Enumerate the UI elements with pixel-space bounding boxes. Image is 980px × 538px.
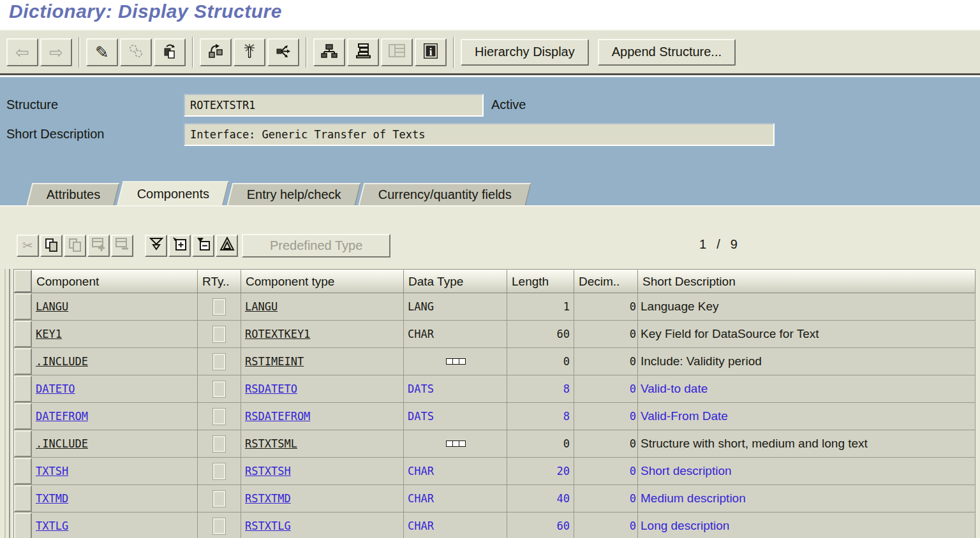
tab-attributes[interactable]: Attributes bbox=[27, 183, 120, 205]
svg-text:i: i bbox=[429, 45, 433, 57]
component-type-link[interactable]: RSTXTSH bbox=[245, 465, 291, 477]
component-link[interactable]: TXTSH bbox=[36, 465, 68, 477]
table-header-row: Component RTy.. Component type Data Type… bbox=[14, 270, 976, 293]
component-type-link[interactable]: RSTXTSML bbox=[245, 437, 297, 450]
hierarchy-button[interactable] bbox=[313, 38, 345, 66]
display-change-button[interactable]: ✎ bbox=[86, 38, 118, 66]
data-type-cell bbox=[404, 430, 507, 457]
component-link[interactable]: DATEFROM bbox=[36, 410, 88, 423]
row-selector-button[interactable] bbox=[14, 348, 32, 375]
reference-type-checkbox[interactable] bbox=[213, 463, 225, 479]
collapse-button[interactable] bbox=[192, 235, 214, 257]
short-description-cell: Medium description bbox=[638, 485, 976, 512]
expand-button[interactable] bbox=[168, 235, 191, 257]
row-selector-button[interactable] bbox=[14, 375, 32, 402]
selection-column-header[interactable] bbox=[14, 270, 32, 293]
column-header-component[interactable]: Component bbox=[32, 270, 198, 293]
data-type-cell bbox=[404, 348, 507, 375]
component-link[interactable]: .INCLUDE bbox=[36, 355, 88, 368]
magic-wand-icon bbox=[242, 43, 257, 61]
insert-row-icon bbox=[91, 236, 107, 254]
tab-currency-quantity-fields[interactable]: Currency/quantity fields bbox=[358, 183, 531, 205]
component-type-link[interactable]: RSTIMEINT bbox=[245, 355, 304, 368]
append-structure-button[interactable]: Append Structure... bbox=[598, 39, 736, 66]
component-type-link[interactable]: RSTXTMD bbox=[245, 492, 291, 505]
tab-components[interactable]: Components bbox=[117, 181, 230, 205]
toolbar-divider bbox=[192, 37, 194, 68]
paste-button[interactable] bbox=[64, 235, 86, 257]
delete-row-button[interactable] bbox=[111, 235, 133, 257]
component-link[interactable]: TXTMD bbox=[36, 492, 68, 505]
short-description-value: Key Field for DataSource for Text bbox=[641, 327, 819, 341]
short-description-value: Valid-to date bbox=[641, 382, 708, 396]
column-header-short-description[interactable]: Short Description bbox=[638, 270, 976, 293]
wand-button[interactable] bbox=[234, 38, 265, 66]
short-description-field[interactable]: Interface: Generic Transfer of Texts bbox=[184, 123, 775, 146]
column-header-data-type[interactable]: Data Type bbox=[404, 270, 507, 293]
hierarchy-display-button[interactable]: Hierarchy Display bbox=[461, 39, 589, 66]
info-icon: i bbox=[423, 43, 438, 62]
reference-type-checkbox[interactable] bbox=[213, 436, 225, 452]
back-button[interactable]: ⇦ bbox=[6, 38, 38, 66]
reference-type-checkbox[interactable] bbox=[213, 326, 225, 342]
length-cell: 8 bbox=[507, 375, 574, 402]
include-box bbox=[459, 358, 466, 365]
length-cell: 40 bbox=[507, 485, 574, 512]
row-selector-button[interactable] bbox=[14, 513, 32, 538]
where-used-button[interactable] bbox=[200, 38, 232, 66]
predefined-type-button[interactable]: Predefined Type bbox=[242, 234, 390, 258]
refresh-button[interactable] bbox=[120, 38, 152, 66]
forward-button[interactable]: ⇨ bbox=[40, 38, 72, 66]
row-selector-button[interactable] bbox=[14, 458, 32, 484]
copy-button[interactable] bbox=[40, 235, 63, 257]
table-view-button[interactable] bbox=[381, 38, 413, 66]
copy-object-button[interactable] bbox=[154, 38, 186, 66]
reference-type-checkbox[interactable] bbox=[213, 354, 225, 370]
row-selector-button[interactable] bbox=[14, 321, 32, 347]
column-header-component-type[interactable]: Component type bbox=[241, 270, 404, 293]
component-type-link[interactable]: LANGU bbox=[245, 300, 278, 313]
data-type-value: LANG bbox=[408, 300, 434, 313]
column-header-length[interactable]: Length bbox=[507, 270, 574, 293]
component-link[interactable]: DATETO bbox=[36, 382, 75, 395]
structure-field[interactable]: ROTEXTSTR1 bbox=[184, 94, 484, 117]
decimals-value: 0 bbox=[630, 328, 636, 340]
component-link[interactable]: KEY1 bbox=[36, 328, 62, 340]
table-row: LANGULANGULANG10Language Key bbox=[14, 293, 976, 321]
decimals-cell: 0 bbox=[574, 430, 638, 457]
length-value: 0 bbox=[563, 437, 570, 450]
component-type-link[interactable]: RSTXTLG bbox=[245, 520, 291, 532]
row-selector-button[interactable] bbox=[14, 485, 32, 512]
short-description-value: Medium description bbox=[641, 491, 746, 505]
delete-row-icon bbox=[115, 236, 130, 254]
reference-type-checkbox[interactable] bbox=[213, 299, 225, 315]
row-selector-button[interactable] bbox=[14, 403, 32, 430]
reference-type-cell bbox=[198, 513, 241, 538]
distribute-button[interactable] bbox=[267, 38, 299, 66]
row-position-indicator: 1 / 9 bbox=[699, 237, 738, 252]
move-down-button[interactable] bbox=[145, 235, 167, 257]
length-cell: 20 bbox=[507, 458, 574, 484]
row-selector-button[interactable] bbox=[14, 293, 32, 320]
component-type-link[interactable]: RSDATEFROM bbox=[245, 410, 310, 423]
column-header-decimals[interactable]: Decim.. bbox=[574, 270, 638, 293]
length-value: 8 bbox=[563, 410, 570, 423]
row-selector-button[interactable] bbox=[14, 430, 32, 457]
reference-type-checkbox[interactable] bbox=[213, 518, 225, 534]
reference-type-checkbox[interactable] bbox=[213, 381, 225, 397]
insert-row-button[interactable] bbox=[87, 235, 110, 257]
component-type-link[interactable]: ROTEXTKEY1 bbox=[245, 328, 310, 340]
reference-type-checkbox[interactable] bbox=[213, 491, 225, 507]
component-link[interactable]: LANGU bbox=[36, 300, 68, 313]
reference-type-checkbox[interactable] bbox=[213, 409, 225, 425]
column-header-rty[interactable]: RTy.. bbox=[198, 270, 241, 293]
stack-button[interactable] bbox=[347, 38, 379, 66]
component-link[interactable]: TXTLG bbox=[36, 520, 68, 532]
information-button[interactable]: i bbox=[415, 38, 447, 66]
move-up-button[interactable] bbox=[216, 235, 238, 257]
component-link[interactable]: .INCLUDE bbox=[36, 437, 88, 450]
include-box bbox=[459, 440, 466, 447]
cut-button[interactable]: ✂ bbox=[17, 235, 39, 257]
tab-entry-help-check[interactable]: Entry help/check bbox=[227, 183, 361, 205]
component-type-link[interactable]: RSDATETO bbox=[245, 382, 297, 395]
